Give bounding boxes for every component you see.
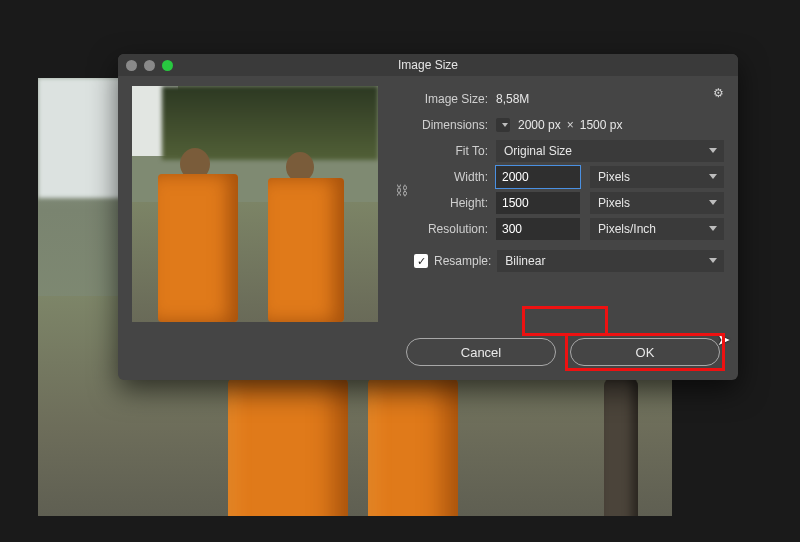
gear-icon[interactable]: ⚙ bbox=[713, 86, 724, 100]
resample-label: Resample: bbox=[434, 254, 491, 268]
dialog-titlebar: Image Size bbox=[118, 54, 738, 76]
dialog-title: Image Size bbox=[118, 58, 738, 72]
fit-to-label: Fit To: bbox=[392, 144, 496, 158]
dimensions-label: Dimensions: bbox=[392, 118, 496, 132]
width-label: Width: bbox=[410, 170, 496, 184]
check-icon: ✓ bbox=[417, 255, 426, 268]
ok-label: OK bbox=[636, 345, 655, 360]
fit-to-value: Original Size bbox=[504, 144, 572, 158]
resolution-unit-select[interactable]: Pixels/Inch bbox=[590, 218, 724, 240]
height-unit-select[interactable]: Pixels bbox=[590, 192, 724, 214]
resample-method: Bilinear bbox=[505, 254, 545, 268]
cancel-button[interactable]: Cancel bbox=[406, 338, 556, 366]
constrain-link[interactable]: ⛓ bbox=[392, 164, 410, 216]
cancel-label: Cancel bbox=[461, 345, 501, 360]
height-unit: Pixels bbox=[598, 196, 630, 210]
width-unit: Pixels bbox=[598, 170, 630, 184]
link-icon: ⛓ bbox=[395, 183, 408, 198]
height-label: Height: bbox=[410, 196, 496, 210]
image-size-label: Image Size: bbox=[392, 92, 496, 106]
resolution-unit: Pixels/Inch bbox=[598, 222, 656, 236]
resample-method-select[interactable]: Bilinear bbox=[497, 250, 724, 272]
dimensions-width: 2000 px bbox=[518, 118, 561, 132]
resolution-input[interactable] bbox=[496, 218, 580, 240]
resample-checkbox[interactable]: ✓ bbox=[414, 254, 428, 268]
image-size-dialog: Image Size ⚙ Image Size: 8,58M Dimension… bbox=[118, 54, 738, 380]
ok-button[interactable]: OK bbox=[570, 338, 720, 366]
width-unit-select[interactable]: Pixels bbox=[590, 166, 724, 188]
image-size-value: 8,58M bbox=[496, 92, 529, 106]
height-input[interactable] bbox=[496, 192, 580, 214]
dimensions-height: 1500 px bbox=[580, 118, 623, 132]
resolution-label: Resolution: bbox=[392, 222, 496, 236]
dimensions-x: × bbox=[561, 118, 580, 132]
form-panel: Image Size: 8,58M Dimensions: 2000 px × … bbox=[392, 86, 724, 322]
fit-to-select[interactable]: Original Size bbox=[496, 140, 724, 162]
image-preview bbox=[132, 86, 378, 322]
width-input[interactable] bbox=[496, 166, 580, 188]
dimensions-unit-menu[interactable] bbox=[496, 118, 510, 132]
